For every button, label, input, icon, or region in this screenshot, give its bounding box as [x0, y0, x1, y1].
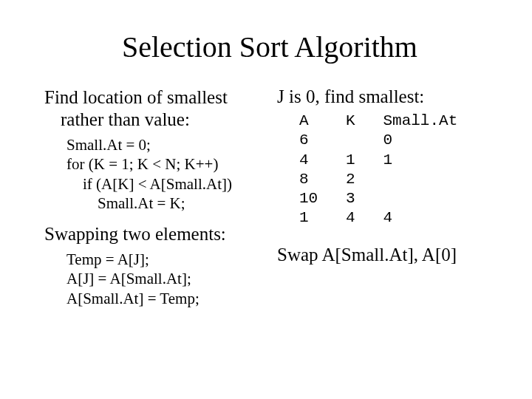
trace-cell: 10 — [299, 190, 318, 207]
trace-col-s: Small.At — [383, 112, 457, 129]
heading-line: rather than value: — [44, 109, 262, 131]
heading-line: Find location of smallest — [44, 87, 228, 107]
code-line: A[Small.At] = Temp; — [66, 289, 262, 308]
trace-cell: 6 — [299, 132, 309, 149]
trace-cell: 3 — [346, 190, 355, 207]
left-column: Find location of smallest rather than va… — [44, 86, 262, 318]
trace-heading: J is 0, find smallest: — [277, 86, 495, 107]
content-columns: Find location of smallest rather than va… — [44, 86, 495, 318]
code-line: Small.At = K; — [66, 194, 262, 213]
trace-col-a: A — [299, 112, 309, 129]
trace-col-k: K — [346, 112, 355, 129]
trace-cell: 0 — [383, 132, 392, 149]
swap-result: Swap A[Small.At], A[0] — [277, 245, 495, 265]
trace-cell: 4 — [383, 209, 392, 226]
trace-cell: 2 — [346, 171, 355, 188]
code-line: for (K = 1; K < N; K++) — [66, 154, 262, 174]
trace-cell: 8 — [299, 171, 309, 188]
find-location-heading: Find location of smallest rather than va… — [44, 86, 262, 131]
trace-cell: 4 — [299, 151, 309, 168]
right-column: J is 0, find smallest: A K Small.At 6 0 … — [277, 86, 495, 318]
trace-table: A K Small.At 6 0 4 1 1 8 2 10 3 1 4 4 — [277, 112, 495, 228]
trace-cell: 1 — [299, 209, 309, 226]
slide: Selection Sort Algorithm Find location o… — [0, 0, 532, 399]
swap-heading: Swapping two elements: — [44, 223, 262, 245]
trace-cell: 4 — [346, 209, 355, 226]
swap-code: Temp = A[J]; A[J] = A[Small.At]; A[Small… — [44, 250, 262, 308]
code-line: Small.At = 0; — [66, 135, 262, 154]
find-location-code: Small.At = 0; for (K = 1; K < N; K++) if… — [44, 135, 262, 213]
code-line: if (A[K] < A[Small.At]) — [66, 174, 262, 194]
code-line: A[J] = A[Small.At]; — [66, 269, 262, 288]
page-title: Selection Sort Algorithm — [44, 30, 495, 64]
trace-cell: 1 — [383, 151, 392, 168]
trace-cell: 1 — [346, 151, 355, 168]
code-line: Temp = A[J]; — [66, 250, 262, 269]
